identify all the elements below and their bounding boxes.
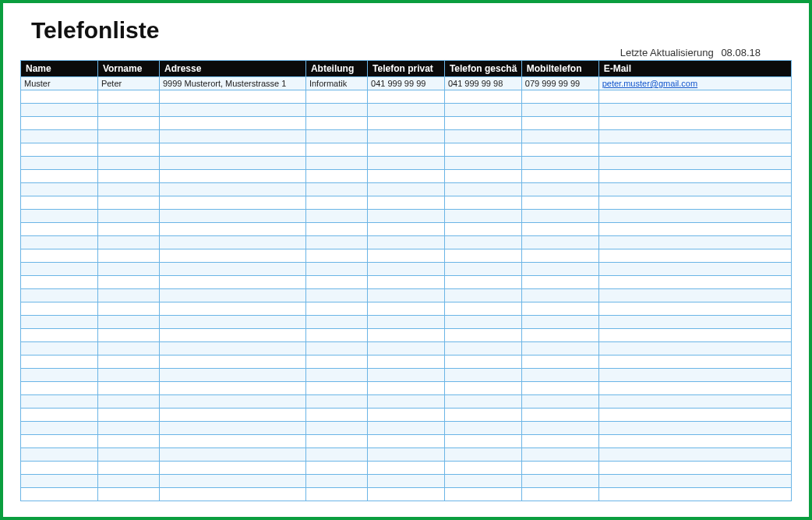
empty-cell[interactable] [21, 236, 98, 249]
empty-cell[interactable] [97, 223, 159, 236]
empty-cell[interactable] [97, 130, 159, 143]
empty-cell[interactable] [97, 409, 159, 422]
empty-cell[interactable] [305, 435, 367, 448]
empty-cell[interactable] [598, 170, 791, 183]
empty-cell[interactable] [598, 289, 791, 302]
empty-cell[interactable] [598, 356, 791, 369]
empty-cell[interactable] [521, 157, 598, 170]
empty-cell[interactable] [598, 409, 791, 422]
empty-cell[interactable] [444, 236, 521, 249]
empty-cell[interactable] [368, 143, 445, 157]
empty-cell[interactable] [521, 448, 598, 462]
empty-cell[interactable] [97, 395, 159, 409]
empty-cell[interactable] [160, 448, 306, 462]
empty-cell[interactable] [444, 329, 521, 342]
empty-cell[interactable] [97, 143, 159, 157]
empty-cell[interactable] [21, 448, 98, 462]
empty-cell[interactable] [368, 236, 445, 249]
empty-cell[interactable] [305, 289, 367, 302]
empty-cell[interactable] [444, 289, 521, 302]
empty-cell[interactable] [521, 435, 598, 448]
empty-cell[interactable] [368, 435, 445, 448]
empty-cell[interactable] [305, 157, 367, 170]
empty-cell[interactable] [21, 369, 98, 382]
empty-cell[interactable] [305, 249, 367, 263]
empty-cell[interactable] [368, 104, 445, 117]
empty-cell[interactable] [368, 329, 445, 342]
empty-cell[interactable] [444, 157, 521, 170]
empty-cell[interactable] [305, 183, 367, 196]
empty-cell[interactable] [21, 382, 98, 395]
empty-cell[interactable] [598, 435, 791, 448]
empty-cell[interactable] [521, 369, 598, 382]
cell-tel-privat[interactable]: 041 999 99 99 [368, 77, 445, 90]
empty-cell[interactable] [21, 276, 98, 289]
empty-cell[interactable] [21, 90, 98, 104]
empty-cell[interactable] [21, 462, 98, 475]
empty-cell[interactable] [160, 382, 306, 395]
empty-cell[interactable] [97, 356, 159, 369]
empty-cell[interactable] [521, 289, 598, 302]
empty-cell[interactable] [160, 369, 306, 382]
cell-name[interactable]: Muster [21, 77, 98, 90]
empty-cell[interactable] [521, 395, 598, 409]
empty-cell[interactable] [444, 210, 521, 223]
empty-cell[interactable] [97, 422, 159, 435]
empty-cell[interactable] [305, 143, 367, 157]
empty-cell[interactable] [598, 263, 791, 276]
empty-cell[interactable] [368, 117, 445, 130]
empty-cell[interactable] [97, 316, 159, 329]
cell-mobil[interactable]: 079 999 99 99 [521, 77, 598, 90]
empty-cell[interactable] [444, 117, 521, 130]
empty-cell[interactable] [368, 289, 445, 302]
empty-cell[interactable] [521, 90, 598, 104]
empty-cell[interactable] [444, 356, 521, 369]
empty-cell[interactable] [368, 316, 445, 329]
empty-cell[interactable] [521, 223, 598, 236]
empty-cell[interactable] [444, 409, 521, 422]
empty-cell[interactable] [97, 196, 159, 210]
empty-cell[interactable] [521, 488, 598, 501]
empty-cell[interactable] [521, 276, 598, 289]
empty-cell[interactable] [97, 236, 159, 249]
empty-cell[interactable] [368, 170, 445, 183]
empty-cell[interactable] [368, 342, 445, 356]
empty-cell[interactable] [305, 422, 367, 435]
empty-cell[interactable] [598, 488, 791, 501]
empty-cell[interactable] [368, 249, 445, 263]
empty-cell[interactable] [97, 157, 159, 170]
empty-cell[interactable] [521, 236, 598, 249]
empty-cell[interactable] [598, 316, 791, 329]
empty-cell[interactable] [97, 488, 159, 501]
empty-cell[interactable] [305, 356, 367, 369]
empty-cell[interactable] [160, 342, 306, 356]
empty-cell[interactable] [521, 342, 598, 356]
empty-cell[interactable] [305, 382, 367, 395]
empty-cell[interactable] [444, 183, 521, 196]
empty-cell[interactable] [598, 236, 791, 249]
empty-cell[interactable] [598, 90, 791, 104]
empty-cell[interactable] [97, 276, 159, 289]
empty-cell[interactable] [368, 263, 445, 276]
empty-cell[interactable] [368, 276, 445, 289]
empty-cell[interactable] [521, 249, 598, 263]
empty-cell[interactable] [368, 157, 445, 170]
empty-cell[interactable] [444, 435, 521, 448]
empty-cell[interactable] [160, 183, 306, 196]
empty-cell[interactable] [305, 488, 367, 501]
empty-cell[interactable] [305, 342, 367, 356]
empty-cell[interactable] [160, 422, 306, 435]
empty-cell[interactable] [598, 130, 791, 143]
empty-cell[interactable] [21, 263, 98, 276]
empty-cell[interactable] [521, 143, 598, 157]
empty-cell[interactable] [368, 90, 445, 104]
empty-cell[interactable] [21, 210, 98, 223]
empty-cell[interactable] [368, 462, 445, 475]
empty-cell[interactable] [598, 183, 791, 196]
empty-cell[interactable] [21, 342, 98, 356]
empty-cell[interactable] [160, 117, 306, 130]
empty-cell[interactable] [598, 276, 791, 289]
empty-cell[interactable] [521, 356, 598, 369]
empty-cell[interactable] [521, 329, 598, 342]
empty-cell[interactable] [598, 302, 791, 316]
